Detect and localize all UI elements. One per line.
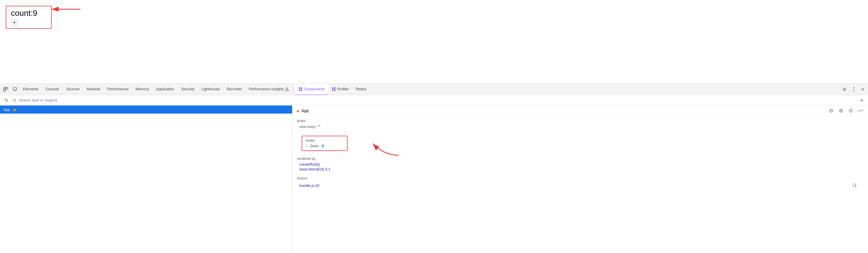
svg-point-22	[861, 100, 862, 101]
svg-point-27	[840, 110, 842, 111]
search-settings-button[interactable]	[858, 96, 866, 104]
rendered-by-section: rendered by createRoot() react-dom@18.3.…	[292, 154, 868, 174]
cursor-tool-button[interactable]	[2, 96, 10, 104]
tab-security[interactable]: Security	[178, 84, 198, 95]
devtools-panel: Elements Console Sources Network Perform…	[0, 83, 868, 253]
svg-line-21	[15, 101, 17, 102]
hooks-wrapper: hooks 1 State: 9	[292, 132, 868, 154]
toolbar-row	[0, 95, 868, 106]
tabs-right-actions: ⋮ ✕	[840, 85, 867, 93]
tab-divider	[293, 87, 294, 92]
svg-point-19	[844, 88, 845, 90]
svg-rect-3	[6, 87, 8, 89]
tab-memory[interactable]: Memory	[132, 84, 153, 95]
rendered-by-label: rendered by	[297, 157, 863, 161]
svg-point-30	[850, 111, 851, 112]
component-action-icons: </>	[827, 107, 865, 115]
hooks-label: hooks	[306, 139, 343, 143]
component-tree-panel: App	[0, 106, 292, 253]
warning-triangle-icon	[13, 108, 17, 111]
performance-insights-icon	[285, 87, 289, 91]
count-display: count:9	[11, 9, 46, 18]
tab-console[interactable]: Console	[42, 84, 63, 95]
profiler-icon	[332, 87, 336, 91]
svg-point-20	[13, 99, 16, 101]
tab-redux[interactable]: Redux	[352, 84, 370, 95]
tab-recorder[interactable]: Recorder	[223, 84, 245, 95]
hooks-box: hooks 1 State: 9	[302, 136, 347, 151]
inspect-dom-button[interactable]	[837, 107, 845, 115]
tabs-bar: Elements Console Sources Network Perform…	[0, 84, 868, 95]
tab-profiler[interactable]: Profiler	[328, 84, 352, 95]
search-icon	[13, 98, 17, 102]
tab-elements[interactable]: Elements	[20, 84, 42, 95]
source-label: source	[297, 176, 863, 180]
tab-network[interactable]: Network	[83, 84, 104, 95]
tab-application[interactable]: Application	[153, 84, 178, 95]
close-devtools-button[interactable]: ✕	[859, 85, 867, 93]
inspect-element-button[interactable]	[1, 85, 10, 94]
props-label: props	[297, 119, 863, 123]
main-content: App ▲ App </>	[0, 106, 868, 253]
tab-sources[interactable]: Sources	[63, 84, 83, 95]
svg-rect-14	[301, 89, 302, 91]
rendered-by-item-1[interactable]: react-dom@18.3.1	[297, 167, 863, 172]
svg-rect-4	[4, 90, 5, 91]
hook-value-state: 9	[322, 144, 324, 148]
header-warning-icon: ▲	[296, 108, 300, 113]
svg-rect-18	[334, 89, 336, 91]
log-data-button[interactable]	[847, 107, 855, 115]
svg-rect-17	[332, 89, 334, 91]
device-toolbar-button[interactable]	[10, 85, 20, 94]
svg-point-23	[830, 109, 833, 112]
svg-rect-11	[299, 87, 300, 89]
app-area: count:9 +	[0, 0, 868, 83]
more-options-button[interactable]: ⋮	[849, 85, 858, 93]
component-name: App	[3, 108, 10, 112]
hooks-section: hooks 1 State: 9	[292, 132, 868, 154]
prop-value-new-entry: ""	[318, 124, 320, 129]
props-section: props new entry: ""	[292, 116, 868, 132]
prop-key-new-entry: new entry:	[299, 124, 318, 129]
svg-rect-13	[299, 89, 300, 91]
devtools-settings-button[interactable]	[840, 85, 848, 93]
svg-rect-5	[13, 88, 17, 90]
component-detail-title: App	[302, 108, 309, 113]
arrow-to-count	[49, 3, 83, 18]
increment-button[interactable]: +	[11, 19, 18, 26]
tab-lighthouse[interactable]: Lighthouse	[198, 84, 223, 95]
view-source-button[interactable]: </>	[857, 107, 865, 115]
count-box: count:9 +	[6, 6, 52, 29]
component-details-header: ▲ App </>	[292, 106, 868, 116]
rendered-by-item-0[interactable]: createRoot()	[297, 162, 863, 167]
component-details-panel: ▲ App </> props	[292, 106, 868, 253]
tab-components[interactable]: Components	[295, 84, 328, 95]
component-tree-item-app[interactable]: App	[0, 106, 292, 114]
source-file[interactable]: bundle.js:32	[297, 183, 322, 188]
hooks-item: 1 State: 9	[306, 144, 343, 148]
svg-rect-2	[4, 87, 5, 89]
svg-rect-12	[301, 87, 302, 89]
svg-point-26	[840, 109, 843, 112]
tab-performance-insights[interactable]: Performance insights	[245, 84, 292, 95]
components-icon	[299, 87, 303, 91]
hook-number: 1	[306, 144, 307, 148]
hook-key-state: State:	[310, 144, 319, 148]
search-input[interactable]	[19, 98, 855, 102]
source-section: source bundle.js:32	[292, 174, 868, 192]
svg-rect-16	[334, 87, 336, 89]
copy-source-button[interactable]	[851, 181, 859, 190]
svg-rect-33	[853, 184, 855, 186]
suspend-button[interactable]	[827, 107, 835, 115]
prop-item: new entry: ""	[297, 124, 863, 130]
tab-performance[interactable]: Performance	[104, 84, 132, 95]
svg-rect-15	[332, 87, 334, 89]
